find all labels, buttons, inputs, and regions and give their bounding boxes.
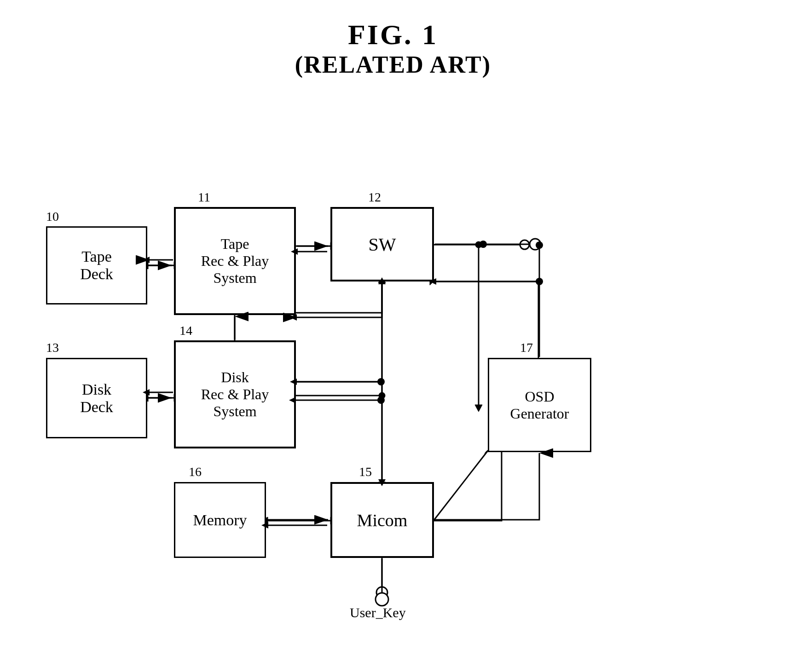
svg-marker-47 [291,248,298,255]
svg-marker-72 [429,278,436,285]
svg-marker-68 [261,522,268,528]
svg-point-54 [480,241,487,248]
svg-point-64 [377,396,385,404]
svg-point-61 [377,378,385,385]
svg-point-75 [376,593,388,606]
title-line1: FIG. 1 [0,18,786,51]
svg-marker-50 [143,389,150,396]
svg-point-70 [536,241,543,249]
svg-marker-58 [378,277,386,284]
main-diagram-svg [0,101,786,662]
svg-marker-52 [290,314,297,321]
svg-marker-59 [378,479,386,486]
title-line2: (RELATED ART) [0,51,786,78]
svg-marker-65 [289,397,296,403]
svg-marker-44 [143,257,150,263]
svg-point-73 [536,278,543,285]
svg-marker-62 [290,379,297,385]
page-title: FIG. 1 (RELATED ART) [0,0,786,78]
